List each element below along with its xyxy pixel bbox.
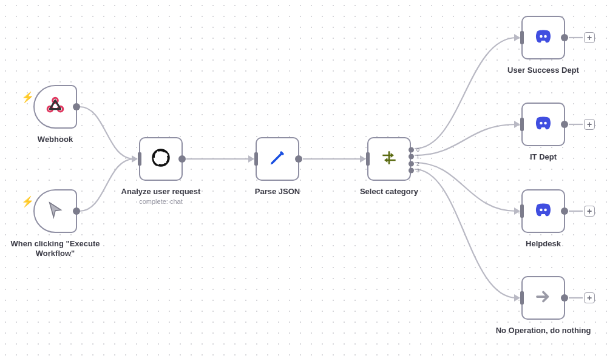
discord-icon: [533, 26, 554, 49]
input-port[interactable]: [520, 291, 524, 305]
workflow-canvas[interactable]: ⚡ Webhook ⚡ When clicking "Execute Workf…: [0, 0, 607, 364]
port-label: 3: [416, 167, 419, 174]
input-port[interactable]: [254, 152, 258, 166]
output-port[interactable]: [561, 34, 568, 41]
output-port[interactable]: [73, 103, 80, 110]
node-label: Webhook: [7, 135, 104, 144]
add-node-button[interactable]: +: [584, 119, 595, 130]
switch-icon: [379, 148, 399, 170]
input-port[interactable]: [520, 31, 524, 44]
add-node-button[interactable]: +: [584, 292, 595, 303]
svg-point-17: [544, 209, 547, 212]
output-port[interactable]: [561, 207, 568, 215]
svg-point-13: [544, 35, 547, 38]
svg-rect-11: [388, 151, 390, 164]
node-select-category[interactable]: 0 1 2 3 Select category: [367, 137, 411, 181]
input-port[interactable]: [520, 204, 524, 218]
output-port-1[interactable]: [409, 154, 414, 160]
output-port-3[interactable]: [409, 168, 414, 174]
node-webhook[interactable]: ⚡ Webhook: [33, 85, 77, 129]
output-port[interactable]: [178, 155, 186, 163]
output-port-2[interactable]: [409, 161, 414, 167]
node-analyze[interactable]: Analyze user request complete: chat: [139, 137, 183, 181]
output-port-0[interactable]: [409, 147, 414, 153]
webhook-icon: [45, 95, 66, 118]
pencil-icon: [268, 149, 287, 169]
trigger-bolt-icon: ⚡: [21, 91, 34, 104]
node-discord-it[interactable]: IT Dept: [521, 103, 565, 146]
output-port[interactable]: [561, 294, 568, 302]
port-label: 0: [416, 147, 419, 153]
output-port[interactable]: [561, 121, 568, 128]
discord-icon: [533, 113, 554, 136]
output-port[interactable]: [295, 155, 302, 163]
input-port[interactable]: [138, 152, 141, 166]
trigger-bolt-icon: ⚡: [21, 195, 34, 208]
port-label: 2: [416, 161, 419, 167]
cursor-icon: [46, 200, 65, 222]
add-node-button[interactable]: +: [584, 206, 595, 217]
openai-icon: [149, 146, 172, 172]
output-port[interactable]: [73, 207, 80, 215]
node-parse-json[interactable]: Parse JSON: [256, 137, 299, 181]
node-label: User Success Dept: [495, 66, 592, 75]
node-label: Helpdesk: [495, 239, 592, 249]
port-label: 1: [416, 153, 419, 160]
node-sublabel: complete: chat: [112, 198, 209, 206]
input-port[interactable]: [366, 152, 370, 166]
svg-point-12: [540, 35, 543, 38]
node-manual-trigger[interactable]: ⚡ When clicking "Execute Workflow": [33, 189, 77, 233]
svg-point-15: [544, 122, 547, 125]
node-label: IT Dept: [495, 152, 592, 162]
node-label: Select category: [341, 187, 438, 197]
discord-icon: [533, 200, 554, 223]
node-label: Parse JSON: [229, 187, 326, 197]
arrow-right-icon: [534, 288, 552, 308]
svg-point-16: [540, 209, 543, 212]
node-discord-user-success[interactable]: User Success Dept: [521, 16, 565, 59]
node-label: When clicking "Execute Workflow": [7, 239, 104, 259]
node-discord-helpdesk[interactable]: Helpdesk: [521, 189, 565, 233]
node-noop[interactable]: No Operation, do nothing: [521, 276, 565, 320]
add-node-button[interactable]: +: [584, 32, 595, 43]
svg-point-14: [540, 122, 543, 125]
input-port[interactable]: [520, 118, 524, 131]
node-label: Analyze user request complete: chat: [112, 187, 209, 206]
node-label: No Operation, do nothing: [495, 326, 592, 335]
